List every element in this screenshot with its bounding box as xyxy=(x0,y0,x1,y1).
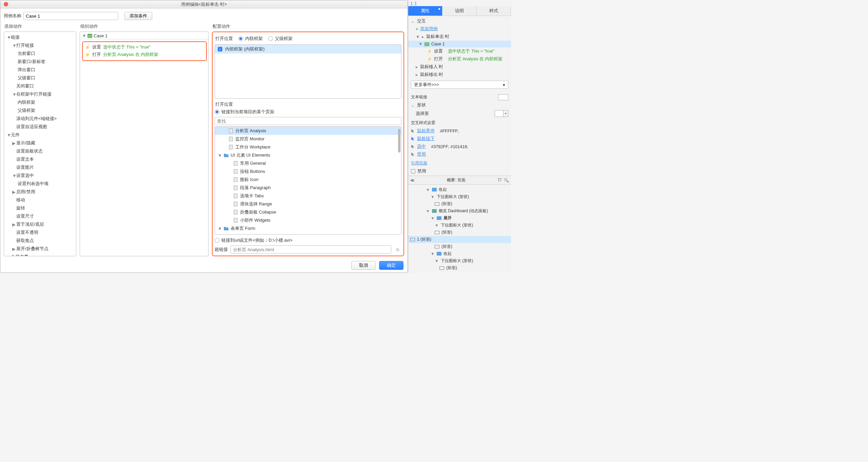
ok-button[interactable]: 确定 xyxy=(379,261,403,270)
action-tree-item[interactable]: 新窗口/新标签 xyxy=(4,58,76,66)
page-item[interactable]: 小部件 Widgets xyxy=(215,216,401,224)
outline-item[interactable]: ▼下拉图标大 (形状) xyxy=(410,257,509,264)
ref-page-link[interactable]: 引用页面 xyxy=(411,161,427,165)
org-case-header[interactable]: ▼ Case 1 xyxy=(80,32,208,39)
radio-link-to-page[interactable]: 链接到当前项目的某个页面 xyxy=(215,109,401,117)
filter-icon[interactable]: ⛉ xyxy=(498,178,502,183)
case-name-input[interactable] xyxy=(23,12,118,20)
page-item[interactable]: 按钮 Buttons xyxy=(215,167,401,176)
disable-checkbox[interactable] xyxy=(411,169,415,174)
action-tree-item[interactable]: ▶启用/禁用 xyxy=(4,188,76,196)
event-mouseout[interactable]: 鼠标移出 时 xyxy=(420,72,443,78)
action-tree-item[interactable]: ▶展开/折叠树节点 xyxy=(4,245,76,253)
outline-item[interactable]: ▼概览 Dashboard (动态面板) xyxy=(410,207,509,215)
action-tree-item[interactable]: 旋转 xyxy=(4,204,76,212)
outline-item[interactable]: 1 (矩形) xyxy=(408,236,511,243)
radio-inline-frame[interactable]: 内联框架 xyxy=(238,36,263,42)
action-tree-item[interactable]: ▶显示/隐藏 xyxy=(4,139,76,147)
radio-parent-frame[interactable]: 父级框架 xyxy=(268,36,293,42)
action-tree-item[interactable]: 内联框架 xyxy=(4,98,76,106)
action-tree-item[interactable]: ▼打开链接 xyxy=(4,41,76,49)
case-item[interactable]: Case 1 xyxy=(431,42,445,46)
action-tree-item[interactable]: 移动 xyxy=(4,196,76,204)
add-action-label: 添加动作 xyxy=(4,23,76,32)
action-tree-item[interactable]: 设置尺寸 xyxy=(4,212,76,220)
folder-icon xyxy=(437,216,441,220)
page-item[interactable]: 分析页 Analysis xyxy=(215,127,401,135)
action-tree-item[interactable]: 关闭窗口 xyxy=(4,82,76,90)
action-tree-item[interactable]: ▼在框架中打开链接 xyxy=(4,90,76,98)
event-click[interactable]: 鼠标单击 时 xyxy=(426,34,449,40)
add-condition-button[interactable]: 添加条件 xyxy=(124,12,152,20)
tab-notes[interactable]: 说明 xyxy=(442,6,477,16)
action-tree-item[interactable]: 当前窗口 xyxy=(4,49,76,58)
frame-list: ✓ 内部框架 (内联框架) xyxy=(215,44,401,99)
action-tree-item[interactable]: 滚动到元件<锚链接> xyxy=(4,115,76,123)
action-tree-item[interactable]: ▼链接 xyxy=(4,33,76,41)
search-icon[interactable]: 🔍 xyxy=(504,178,509,183)
fx-button[interactable]: fx xyxy=(394,247,401,252)
outline-item[interactable]: (矩形) xyxy=(410,243,509,250)
outline-item[interactable]: (矩形) xyxy=(410,229,509,236)
action-line[interactable]: ⚡ 打开 分析页 Analysis 在 内部框架 xyxy=(85,51,204,58)
outline-item[interactable]: ▼展开 xyxy=(410,215,509,222)
page-folder-item[interactable]: ▼UI 元素 UI Elements xyxy=(215,151,401,159)
action-tree-item[interactable]: 父级窗口 xyxy=(4,74,76,82)
page-item[interactable]: 监控页 Monitor xyxy=(215,135,401,143)
svg-rect-66 xyxy=(425,43,429,46)
radio-link-to-url[interactable]: 链接到url或文件<例如：D:\小楼.avi> xyxy=(215,237,292,245)
page-search-input[interactable] xyxy=(215,117,401,125)
action-line[interactable]: ⚡ 设置 选中状态于 This = "true" xyxy=(85,43,204,51)
page-folder-item[interactable]: ▼表单页 Form xyxy=(215,224,401,233)
page-item[interactable]: 图标 Icon xyxy=(215,176,401,184)
outline-item[interactable]: (矩形) xyxy=(410,200,509,207)
action-tree-item[interactable]: 弹出窗口 xyxy=(4,66,76,74)
page-item[interactable]: 折叠面板 Collapse xyxy=(215,208,401,216)
outline-header: ≪ 概要: 页面 ⛉ 🔍 xyxy=(408,176,511,185)
action-tree-item[interactable]: 获取焦点 xyxy=(4,237,76,245)
page-item[interactable]: 工作台 Workplace xyxy=(215,143,401,151)
pressed-style-link[interactable]: 鼠标按下 xyxy=(417,136,435,142)
page-item[interactable]: 选项卡 Tabs xyxy=(215,192,401,200)
action-tree-item[interactable]: 设置不透明 xyxy=(4,228,76,237)
open-position-label2: 打开位置 xyxy=(215,99,401,109)
shape-combo[interactable]: ▾ xyxy=(495,110,508,117)
outline-item[interactable]: ▼收起 xyxy=(410,186,509,193)
outline-item[interactable]: ▼下拉图标大 (形状) xyxy=(410,193,509,200)
add-case-link[interactable]: 添加用例 xyxy=(420,26,438,32)
open-position-label: 打开位置 xyxy=(215,36,233,42)
page-item[interactable]: 基础表单 Basic Form xyxy=(215,233,401,235)
tab-style[interactable]: 样式 xyxy=(477,6,511,16)
action-tree-item[interactable]: ▶置于顶层/底层 xyxy=(4,220,76,228)
disabled-style-link[interactable]: 禁用 xyxy=(417,152,426,157)
scrollbar[interactable] xyxy=(398,129,400,153)
outline-item[interactable]: ▼下拉图标大 (形状) xyxy=(410,222,509,229)
action-tree-item[interactable]: 设置图片 xyxy=(4,163,76,172)
action-tree-item[interactable]: 父级框架 xyxy=(4,106,76,115)
more-events-dropdown[interactable]: 更多事件>>>▾ xyxy=(411,81,508,89)
cancel-button[interactable]: 取消 xyxy=(351,261,376,270)
action-tree-item[interactable]: 设置文本 xyxy=(4,155,76,163)
action-tree-item[interactable]: ▼全局变量 xyxy=(4,253,76,256)
frame-checkbox[interactable]: ✓ xyxy=(218,47,222,52)
close-button[interactable] xyxy=(4,2,8,6)
action-tree-panel: ▼链接▼打开链接当前窗口新窗口/新标签弹出窗口父级窗口关闭窗口▼在框架中打开链接… xyxy=(4,32,76,256)
hyperlink-input[interactable] xyxy=(231,245,391,254)
action-tree-item[interactable]: 设置列表选中项 xyxy=(4,180,76,188)
hover-style-link[interactable]: 鼠标悬停 xyxy=(417,128,435,134)
cursor-icon xyxy=(411,144,415,149)
outline-item[interactable]: (矩形) xyxy=(410,264,509,272)
page-item[interactable]: 常用 General xyxy=(215,159,401,167)
action-tree-item[interactable]: 设置面板状态 xyxy=(4,147,76,155)
frame-item[interactable]: ✓ 内部框架 (内联框架) xyxy=(215,45,401,54)
tab-properties[interactable]: 属性 xyxy=(408,6,442,16)
page-item[interactable]: 滑块选择 Range xyxy=(215,200,401,208)
page-item[interactable]: 段落 Paragraph xyxy=(215,184,401,192)
selected-style-link[interactable]: 选中 xyxy=(417,144,426,149)
outline-item[interactable]: ▼收起 xyxy=(410,250,509,257)
action-tree-item[interactable]: 设置自适应视图 xyxy=(4,123,76,131)
action-tree-item[interactable]: ▼元件 xyxy=(4,131,76,139)
rect-icon xyxy=(439,266,444,270)
event-mousein[interactable]: 鼠标移入 时 xyxy=(420,64,443,70)
action-tree-item[interactable]: ▼设置选中 xyxy=(4,172,76,180)
